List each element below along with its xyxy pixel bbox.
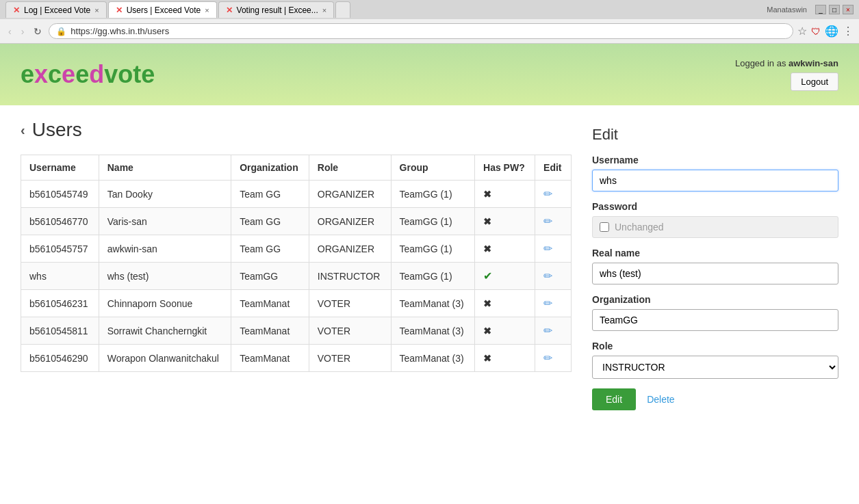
organization-group: Organization [592,294,838,331]
back-button[interactable]: ‹ [5,25,14,38]
cell-name: Sorrawit Chancherngkit [99,317,231,345]
address-bar[interactable]: 🔒 https://gg.whs.in.th/users [49,23,793,39]
table-row: b5610546231 Chinnaporn Soonue TeamManat … [21,290,572,317]
table-row: b5610545757 awkwin-san Team GG ORGANIZER… [21,235,572,263]
cell-haspw: ✖ [475,235,535,263]
logged-in-label: Logged in as [735,58,789,68]
col-username: Username [21,155,99,181]
cross-icon: ✖ [483,243,491,254]
edit-row-button[interactable]: ✏ [543,242,552,255]
col-role: Role [309,155,391,181]
realname-group: Real name [592,248,838,284]
browser-tabs: ✕ Log | Exceed Vote × ✕ Users | Exceed V… [5,1,764,18]
edit-panel: Edit Username Password Unchanged Real na… [592,119,838,417]
cell-name: Worapon Olanwanitchakul [99,345,231,372]
minimize-button[interactable]: _ [815,5,826,14]
role-select[interactable]: ORGANIZER INSTRUCTOR VOTER [592,356,838,379]
edit-row-button[interactable]: ✏ [543,352,552,364]
cell-name: awkwin-san [99,235,231,263]
bookmark-icon[interactable]: ☆ [797,25,807,38]
username-input[interactable] [592,170,838,191]
username-label: Username [592,155,838,165]
cell-group: TeamGG (1) [391,181,474,208]
page-title-area: ‹ Users [21,119,572,141]
tab-voting[interactable]: ✕ Voting result | Excee... × [218,1,335,18]
back-arrow[interactable]: ‹ [21,122,25,138]
users-table: Username Name Organization Role Group Ha… [21,155,572,372]
shield-icon[interactable]: 🛡 [811,26,821,37]
cell-username: b5610545757 [21,235,99,263]
page-title: Users [32,119,82,141]
cell-role: ORGANIZER [309,181,391,208]
cross-icon: ✖ [483,326,491,336]
edit-row-button[interactable]: ✏ [543,297,552,310]
organization-label: Organization [592,294,838,305]
cell-role: VOTER [309,290,391,317]
col-edit: Edit [535,155,572,181]
edit-row-button[interactable]: ✏ [543,215,552,228]
cell-role: ORGANIZER [309,208,391,235]
tab-log[interactable]: ✕ Log | Exceed Vote × [5,1,107,18]
edit-row-button[interactable]: ✏ [543,187,552,200]
tab-label-users: Users | Exceed Vote [127,5,201,15]
cell-edit: ✏ [535,181,572,208]
table-row: b5610545811 Sorrawit Chancherngkit TeamM… [21,317,572,345]
main-content: ‹ Users Username Name Organization Role … [0,105,859,431]
tab-label-log: Log | Exceed Vote [24,5,90,15]
more-icon[interactable]: ⋮ [843,25,854,38]
logo-vote: vote [104,60,155,88]
cell-organization: Team GG [231,235,309,263]
tab-close-users[interactable]: × [205,6,209,14]
extension-icon[interactable]: 🌐 [825,25,838,38]
realname-input[interactable] [592,263,838,284]
tab-icon-voting: ✕ [226,5,233,15]
tab-new[interactable] [335,1,350,18]
tab-close-voting[interactable]: × [322,6,326,14]
logo-d: d [89,60,104,88]
toolbar-icons: ☆ 🛡 🌐 ⋮ [797,25,854,38]
cell-haspw: ✖ [475,290,535,317]
header-right: Logged in as awkwin-san Logout [735,58,838,91]
cell-name: whs (test) [99,263,231,290]
cell-edit: ✏ [535,345,572,372]
organization-input[interactable] [592,309,838,331]
logo-e2: e [62,60,75,88]
logo: exceedvote [21,60,155,89]
role-label: Role [592,341,838,352]
cell-group: TeamManat (3) [391,317,474,345]
edit-actions: Edit Delete [592,388,838,410]
cell-username: b5610546770 [21,208,99,235]
cell-haspw: ✖ [475,317,535,345]
cell-organization: TeamManat [231,317,309,345]
edit-row-button[interactable]: ✏ [543,269,552,282]
cell-haspw: ✔ [475,263,535,290]
cell-role: VOTER [309,317,391,345]
close-button[interactable]: × [843,5,854,14]
col-organization: Organization [231,155,309,181]
logo-x: x [34,60,48,88]
lock-icon: 🔒 [56,27,66,36]
cell-organization: Team GG [231,181,309,208]
url-text: https://gg.whs.in.th/users [70,26,169,36]
cell-group: TeamGG (1) [391,208,474,235]
cell-role: INSTRUCTOR [309,263,391,290]
edit-row-button[interactable]: ✏ [543,324,552,337]
logo-c: c [48,60,62,88]
tab-users[interactable]: ✕ Users | Exceed Vote × [108,1,217,18]
window-user-label: Manataswin [767,5,807,14]
delete-link[interactable]: Delete [647,394,674,405]
cross-icon: ✖ [483,216,491,227]
left-panel: ‹ Users Username Name Organization Role … [21,119,572,417]
realname-label: Real name [592,248,838,258]
restore-button[interactable]: □ [829,5,840,14]
tab-close-log[interactable]: × [94,6,99,14]
logout-button[interactable]: Logout [791,72,838,91]
check-icon: ✔ [483,270,492,282]
forward-button[interactable]: › [18,25,27,38]
table-row: b5610546290 Worapon Olanwanitchakul Team… [21,345,572,372]
cell-group: TeamManat (3) [391,290,474,317]
cell-edit: ✏ [535,263,572,290]
reload-button[interactable]: ↻ [31,25,44,38]
edit-submit-button[interactable]: Edit [592,388,636,410]
password-checkbox[interactable] [600,222,609,232]
